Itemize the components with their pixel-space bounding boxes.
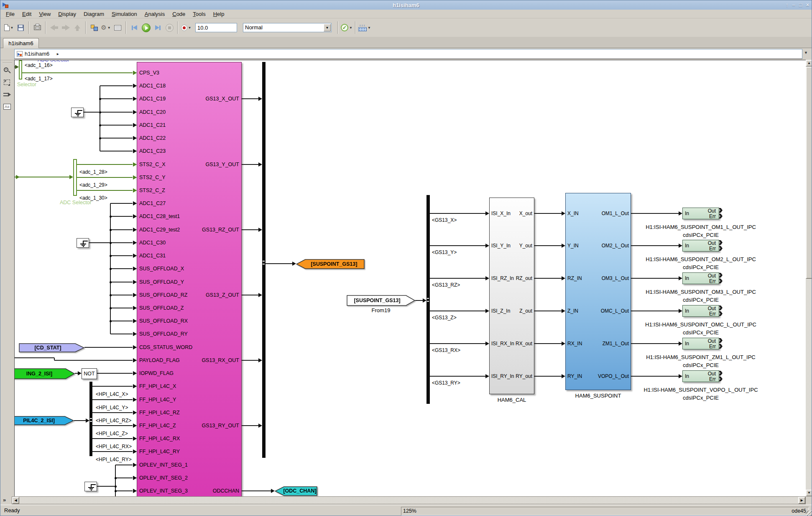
stop-icon[interactable] [164,21,175,34]
check-icon[interactable]: ✓ ▼ [341,21,352,34]
print-icon[interactable] [32,21,43,34]
menu-tools[interactable]: Tools [189,10,209,18]
wire[interactable] [534,311,562,311]
wire[interactable] [100,112,133,113]
wire[interactable] [92,425,133,426]
selector-block[interactable] [19,60,22,80]
v-scroll-thumb[interactable] [806,67,812,279]
wire[interactable] [22,72,133,73]
left-bus-creator[interactable] [262,62,266,458]
wire[interactable] [110,229,133,230]
back-icon[interactable] [49,21,59,34]
breadcrumb[interactable]: h1isiham6 [25,49,49,59]
v-scrollbar[interactable]: ▲ ▼ [806,60,812,496]
wire[interactable] [430,213,485,214]
maximize-icon[interactable]: □ [799,0,802,10]
wire[interactable] [534,278,562,279]
wire[interactable] [110,203,133,204]
odc-goto-tag[interactable]: [ODC_CHAN] [275,486,317,496]
wire[interactable] [15,177,70,177]
breadcrumb-field[interactable]: h1isiham6 ▸ [14,49,802,59]
wire[interactable] [97,373,133,374]
gear-icon[interactable]: ⚙▼ [100,21,111,34]
scroll-overflow-chevron[interactable]: » [3,497,6,503]
resize-grip[interactable] [806,511,812,516]
wire[interactable] [110,282,133,282]
from19-block[interactable]: [SUSPOINT_GS13] [347,295,415,306]
menu-edit[interactable]: Edit [18,10,35,18]
library-browser-icon[interactable] [89,21,100,34]
wire[interactable] [242,360,258,361]
wire[interactable] [110,255,133,256]
wire[interactable] [534,245,562,246]
ground-block-1[interactable] [71,108,84,117]
minimize-icon[interactable]: – [792,0,795,10]
wire[interactable] [84,347,133,348]
blue-from-tag[interactable]: PIL4C_2_ISI] [14,416,74,425]
wire[interactable] [631,213,679,214]
wire[interactable] [430,376,485,377]
wire[interactable] [430,343,485,344]
shade-icon[interactable]: ↑ [786,0,789,10]
save-icon[interactable] [15,21,26,34]
wire[interactable] [242,425,258,426]
wire[interactable] [84,112,100,113]
wire[interactable] [631,343,679,344]
menu-analysis[interactable]: Analysis [141,10,169,18]
h-scrollbar[interactable]: ◀ ▶ [12,496,806,504]
wire[interactable] [534,213,562,214]
wire[interactable] [430,245,485,246]
right-bus-selector[interactable] [426,195,430,404]
wire[interactable] [97,486,115,487]
adc-selector-block[interactable] [73,159,77,196]
wire[interactable] [100,138,133,139]
record-icon[interactable]: ▼ [181,21,192,34]
tab-h1isiham6[interactable]: h1isiham6 [3,38,39,48]
wire[interactable] [115,477,133,478]
step-forward-icon[interactable] [152,21,163,34]
wire[interactable] [110,268,133,269]
scroll-right-icon[interactable]: ▶ [798,497,805,504]
wire[interactable] [631,311,679,311]
menu-simulation[interactable]: Simulation [108,10,141,18]
not-block[interactable]: NOT [82,368,97,379]
menu-diagram[interactable]: Diagram [80,10,108,18]
wire[interactable] [534,343,562,344]
zoom-icon[interactable]: + [3,67,11,75]
wire[interactable] [92,451,133,452]
wire[interactable] [92,438,133,439]
forward-icon[interactable] [60,21,71,34]
wire[interactable] [89,242,110,243]
wire[interactable] [110,242,133,243]
up-icon[interactable] [72,21,83,34]
wire[interactable] [115,465,133,465]
wire[interactable] [110,334,133,334]
wire[interactable] [242,98,258,99]
wire[interactable] [631,245,679,246]
wire[interactable] [74,420,86,421]
canvas[interactable]: CPS_V3ADC1_C18ADC1_C19ADC1_C20ADC1_C21AD… [14,60,806,496]
menu-file[interactable]: File [2,10,18,18]
wire[interactable] [242,295,258,295]
new-model-icon[interactable]: ▼ [3,21,14,34]
breadcrumb-dropdown-icon[interactable]: ▼ [804,51,808,55]
wire[interactable] [110,216,133,217]
menu-view[interactable]: View [35,10,54,18]
wire[interactable] [54,360,133,361]
menu-help[interactable]: Help [209,10,228,18]
green-from-tag[interactable]: ING_2_ISI] [14,368,75,379]
combo-dropdown-icon[interactable]: ▼ [324,24,331,31]
cd-stat-from-tag[interactable]: [CD_STAT] [19,343,84,352]
model-explorer-icon[interactable] [112,21,123,34]
wire[interactable] [242,164,258,165]
wire[interactable] [92,412,133,413]
wire[interactable] [100,151,133,151]
annotation-legend-icon[interactable]: A≡ [3,103,11,111]
wire[interactable] [430,278,485,279]
wire[interactable] [15,357,54,358]
wire[interactable] [430,311,485,311]
close-icon[interactable]: × [806,0,809,10]
step-back-icon[interactable] [129,21,140,34]
ground-block-3[interactable] [84,482,97,491]
wire[interactable] [92,386,133,387]
